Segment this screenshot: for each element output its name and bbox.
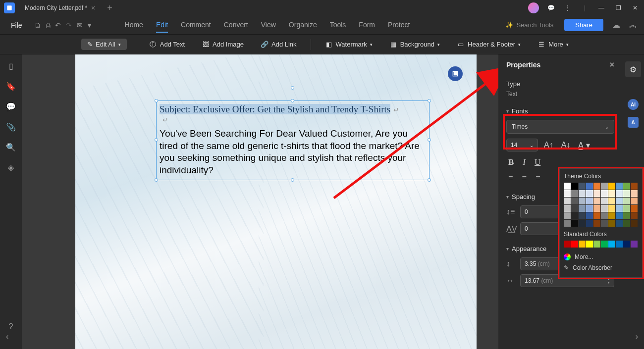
decrease-size-icon[interactable]: A↓ bbox=[559, 140, 573, 150]
align-right-icon[interactable]: ≡ bbox=[536, 173, 540, 183]
ribbon-tab-organize[interactable]: Organize bbox=[289, 18, 317, 33]
body-text[interactable]: You've Been Searching For Dear Valued Cu… bbox=[160, 128, 426, 177]
color-swatch[interactable] bbox=[631, 183, 638, 190]
thumbnails-icon[interactable]: ▯ bbox=[9, 61, 13, 71]
file-menu[interactable]: File bbox=[7, 19, 26, 31]
fonts-section-toggle[interactable]: Fonts bbox=[506, 107, 614, 115]
minimize-icon[interactable]: — bbox=[596, 3, 606, 13]
color-swatch[interactable] bbox=[616, 190, 623, 197]
resize-handle[interactable] bbox=[428, 178, 431, 182]
background-button[interactable]: ▦Background▾ bbox=[383, 39, 446, 50]
bookmarks-icon[interactable]: 🔖 bbox=[6, 82, 16, 91]
add-link-button[interactable]: 🔗Add Link bbox=[255, 39, 303, 50]
color-swatch[interactable] bbox=[623, 183, 630, 190]
color-swatch[interactable] bbox=[601, 241, 608, 248]
color-swatch[interactable] bbox=[623, 205, 630, 212]
resize-handle[interactable] bbox=[291, 99, 294, 102]
color-swatch[interactable] bbox=[579, 241, 586, 248]
color-swatch[interactable] bbox=[593, 220, 600, 227]
color-swatch[interactable] bbox=[601, 183, 608, 190]
color-swatch[interactable] bbox=[586, 241, 593, 248]
color-swatch[interactable] bbox=[564, 241, 571, 248]
add-text-button[interactable]: ⓉAdd Text bbox=[143, 39, 191, 50]
font-family-select[interactable]: Times ⌄ bbox=[506, 120, 614, 134]
color-swatch[interactable] bbox=[623, 198, 630, 204]
resize-handle[interactable] bbox=[155, 178, 158, 182]
color-swatch[interactable] bbox=[593, 205, 600, 212]
attachments-icon[interactable]: 📎 bbox=[6, 122, 16, 132]
cloud-icon[interactable]: ☁ bbox=[612, 20, 620, 30]
color-swatch[interactable] bbox=[608, 241, 615, 248]
document-page[interactable]: Subject: Exclusive Offer: Get the Stylis… bbox=[75, 54, 477, 349]
ai-tools-icon[interactable]: A bbox=[628, 117, 639, 128]
color-swatch[interactable] bbox=[601, 190, 608, 197]
color-swatch[interactable] bbox=[571, 190, 578, 197]
color-swatch[interactable] bbox=[571, 241, 578, 248]
color-swatch[interactable] bbox=[631, 220, 638, 227]
document-tab[interactable]: Modern City Letter.pdf * × bbox=[19, 0, 101, 15]
color-swatch[interactable] bbox=[579, 220, 586, 227]
color-swatch[interactable] bbox=[564, 190, 571, 197]
more-button[interactable]: ☰More▾ bbox=[532, 39, 575, 50]
increase-size-icon[interactable]: A↑ bbox=[542, 140, 555, 150]
color-swatch[interactable] bbox=[623, 241, 630, 248]
resize-handle[interactable] bbox=[428, 99, 431, 102]
header-footer-button[interactable]: ▭Header & Footer▾ bbox=[451, 39, 527, 50]
color-swatch[interactable] bbox=[601, 205, 608, 212]
color-swatch[interactable] bbox=[586, 212, 593, 219]
color-swatch[interactable] bbox=[616, 241, 623, 248]
ai-icon[interactable]: AI bbox=[628, 99, 639, 110]
undo-icon[interactable]: ↶ bbox=[55, 21, 61, 29]
ribbon-tab-edit[interactable]: Edit bbox=[156, 18, 168, 33]
print-icon[interactable]: ⎙ bbox=[46, 21, 50, 29]
close-panel-icon[interactable]: × bbox=[610, 60, 614, 69]
color-swatch[interactable] bbox=[571, 212, 578, 219]
color-swatch[interactable] bbox=[616, 183, 623, 190]
color-swatch[interactable] bbox=[571, 205, 578, 212]
save-icon[interactable]: 🗎 bbox=[34, 21, 41, 29]
color-swatch[interactable] bbox=[579, 183, 586, 190]
color-swatch[interactable] bbox=[616, 212, 623, 219]
color-swatch[interactable] bbox=[586, 198, 593, 204]
color-swatch[interactable] bbox=[586, 205, 593, 212]
resize-handle[interactable] bbox=[155, 99, 158, 102]
color-swatch[interactable] bbox=[593, 183, 600, 190]
tab-add-icon[interactable]: + bbox=[101, 3, 118, 13]
mail-icon[interactable]: ✉ bbox=[77, 21, 83, 29]
help-icon[interactable]: ? bbox=[9, 322, 13, 331]
color-swatch[interactable] bbox=[586, 183, 593, 190]
color-swatch[interactable] bbox=[608, 190, 615, 197]
color-swatch[interactable] bbox=[631, 198, 638, 204]
watermark-button[interactable]: ◧Watermark▾ bbox=[319, 39, 378, 50]
font-size-input[interactable]: 14 ⌄ bbox=[506, 139, 538, 151]
ribbon-tab-tools[interactable]: Tools bbox=[330, 18, 346, 33]
resize-handle[interactable] bbox=[155, 138, 158, 142]
color-swatch[interactable] bbox=[593, 212, 600, 219]
redo-icon[interactable]: ↷ bbox=[66, 21, 72, 29]
align-center-icon[interactable]: ≡ bbox=[522, 173, 527, 183]
color-swatch[interactable] bbox=[616, 198, 623, 204]
tab-close-icon[interactable]: × bbox=[91, 4, 95, 12]
ribbon-tab-home[interactable]: Home bbox=[125, 18, 143, 33]
canvas[interactable]: Subject: Exclusive Offer: Get the Stylis… bbox=[22, 54, 498, 349]
color-swatch[interactable] bbox=[571, 220, 578, 227]
close-window-icon[interactable]: ✕ bbox=[630, 3, 640, 13]
color-swatch[interactable] bbox=[579, 212, 586, 219]
color-swatch[interactable] bbox=[608, 220, 615, 227]
chat-icon[interactable]: 💬 bbox=[546, 3, 556, 13]
color-swatch[interactable] bbox=[608, 212, 615, 219]
font-color-icon[interactable]: A̲ ▾ bbox=[576, 140, 591, 151]
color-swatch[interactable] bbox=[623, 220, 630, 227]
dropdown-icon[interactable]: ▾ bbox=[88, 21, 91, 29]
color-swatch[interactable] bbox=[616, 220, 623, 227]
color-swatch[interactable] bbox=[601, 198, 608, 204]
settings-icon[interactable]: ⚙ bbox=[625, 61, 641, 77]
color-swatch[interactable] bbox=[608, 198, 615, 204]
color-swatch[interactable] bbox=[593, 190, 600, 197]
color-swatch[interactable] bbox=[631, 241, 638, 248]
ribbon-tab-protect[interactable]: Protect bbox=[388, 18, 410, 33]
edit-all-button[interactable]: ✎ Edit All ▾ bbox=[81, 39, 127, 50]
comments-icon[interactable]: 💬 bbox=[6, 102, 16, 111]
share-button[interactable]: Share bbox=[564, 19, 603, 31]
color-swatch[interactable] bbox=[608, 205, 615, 212]
